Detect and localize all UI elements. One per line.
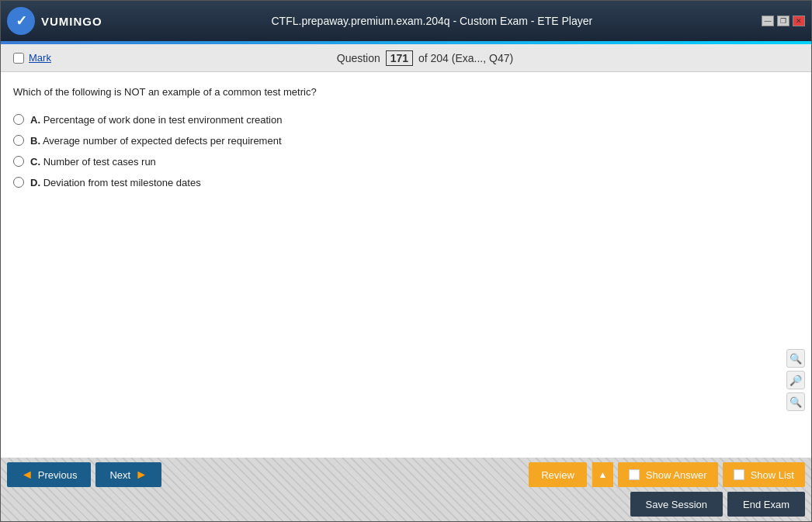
end-exam-button[interactable]: End Exam <box>727 492 805 517</box>
previous-button[interactable]: ◄ Previous <box>7 462 91 487</box>
question-label: Question <box>337 52 380 64</box>
minimize-button[interactable]: — <box>762 16 774 26</box>
window-controls: — ❐ ✕ <box>762 16 805 26</box>
toolbar-row-2: Save Session End Exam <box>7 492 805 517</box>
search-icon-btn[interactable]: 🔍 <box>786 349 805 368</box>
show-answer-checkbox-icon <box>629 469 640 480</box>
next-label: Next <box>109 469 130 481</box>
show-list-checkbox-icon <box>734 469 744 480</box>
logo-text: VUMINGO <box>41 15 102 28</box>
previous-label: Previous <box>38 469 78 481</box>
option-radio-b[interactable] <box>13 135 24 146</box>
sidebar-icons: 🔍 🔎 🔍 <box>786 349 805 411</box>
question-number-area: Question 171 of 204 (Exa..., Q47) <box>51 50 799 66</box>
option-row-d: D. Deviation from test milestone dates <box>13 177 799 188</box>
close-button[interactable]: ✕ <box>793 16 805 26</box>
question-text: Which of the following is NOT an example… <box>13 85 799 100</box>
title-bar: ✓ VUMINGO CTFL.prepaway.premium.exam.204… <box>1 1 811 41</box>
save-session-label: Save Session <box>646 499 708 510</box>
window-title: CTFL.prepaway.premium.exam.204q - Custom… <box>102 15 762 27</box>
zoom-out-icon-btn[interactable]: 🔍 <box>786 392 805 411</box>
chevron-down-icon: ▲ <box>598 469 607 480</box>
show-list-label: Show List <box>751 469 794 481</box>
option-radio-d[interactable] <box>13 177 24 188</box>
mark-label[interactable]: Mark <box>29 52 51 64</box>
option-row-a: A. Percentage of work done in test envir… <box>13 114 799 126</box>
option-radio-c[interactable] <box>13 156 24 167</box>
logo-icon: ✓ <box>7 7 35 35</box>
bottom-area: ◄ Previous Next ► Review ▲ Show Answer S… <box>1 458 811 521</box>
show-list-button[interactable]: Show List <box>723 462 805 487</box>
review-label: Review <box>541 469 574 481</box>
next-button[interactable]: Next ► <box>95 462 161 487</box>
question-number-box: 171 <box>386 50 413 66</box>
zoom-in-icon-btn[interactable]: 🔎 <box>786 371 805 389</box>
option-row-b: B. Average number of expected defects pe… <box>13 135 799 147</box>
review-dropdown-button[interactable]: ▲ <box>592 462 613 487</box>
end-exam-label: End Exam <box>743 499 789 510</box>
review-button[interactable]: Review <box>529 462 587 487</box>
show-answer-button[interactable]: Show Answer <box>618 462 718 487</box>
title-bar-left: ✓ VUMINGO <box>7 7 102 35</box>
question-header: Mark Question 171 of 204 (Exa..., Q47) <box>1 44 811 72</box>
option-label-d: D. Deviation from test milestone dates <box>30 177 201 188</box>
option-label-c: C. Number of test cases run <box>30 156 156 168</box>
restore-button[interactable]: ❐ <box>777 16 789 26</box>
arrow-right-icon: ► <box>135 468 147 482</box>
mark-area: Mark <box>13 52 51 64</box>
option-label-a: A. Percentage of work done in test envir… <box>30 114 282 126</box>
option-row-c: C. Number of test cases run <box>13 156 799 168</box>
question-total: of 204 (Exa..., Q47) <box>418 52 513 64</box>
mark-checkbox[interactable] <box>13 53 24 64</box>
option-radio-a[interactable] <box>13 114 24 125</box>
main-content: Which of the following is NOT an example… <box>1 72 811 458</box>
main-window: ✓ VUMINGO CTFL.prepaway.premium.exam.204… <box>0 0 812 522</box>
option-label-b: B. Average number of expected defects pe… <box>30 135 282 147</box>
logo-checkmark: ✓ <box>16 12 27 29</box>
arrow-left-icon: ◄ <box>21 468 33 482</box>
toolbar-row-1: ◄ Previous Next ► Review ▲ Show Answer S… <box>7 462 805 487</box>
show-answer-label: Show Answer <box>646 469 707 481</box>
save-session-button[interactable]: Save Session <box>630 492 724 517</box>
